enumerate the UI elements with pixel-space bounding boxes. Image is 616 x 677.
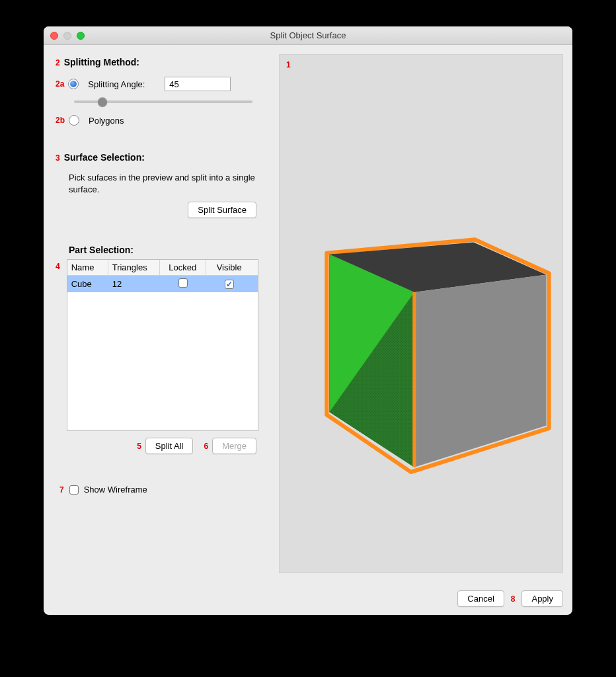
surface-selection-help: Pick sufaces in the preview and split in… (69, 172, 270, 195)
radio-polygons[interactable] (69, 115, 79, 126)
radio-splitting-angle[interactable] (68, 79, 79, 89)
cell-name: Cube (67, 276, 108, 292)
parts-table: Name Triangles Locked Visible Cube12 (67, 259, 258, 431)
splitting-angle-input[interactable] (165, 77, 231, 91)
th-visible[interactable]: Visible (206, 260, 252, 275)
cell-triangles: 12 (108, 276, 160, 292)
th-locked[interactable]: Locked (160, 260, 206, 275)
preview-viewport[interactable]: 1 (279, 54, 563, 573)
right-panel: 1 (279, 54, 563, 573)
show-wireframe-checkbox[interactable] (69, 485, 79, 495)
annotation-3: 3 (56, 153, 60, 163)
dialog-window: Split Object Surface 2 Splitting Method:… (44, 26, 572, 615)
table-buttons: 5 Split All 6 Merge (56, 438, 256, 454)
splitting-method-heading: Splitting Method: (64, 57, 139, 67)
split-surface-button[interactable]: Split Surface (188, 202, 256, 218)
annotation-6: 6 (204, 442, 208, 451)
annotation-8: 8 (511, 594, 516, 604)
table-row[interactable]: Cube12 (67, 276, 258, 292)
split-all-button[interactable]: Split All (145, 438, 194, 454)
annotation-7: 7 (59, 485, 64, 495)
cancel-button[interactable]: Cancel (457, 590, 504, 607)
surface-selection-heading: Surface Selection: (64, 152, 145, 163)
table-body: Cube12 (67, 276, 258, 292)
cell-visible (206, 276, 252, 292)
cube-preview (280, 55, 562, 573)
slider-thumb[interactable] (98, 97, 107, 106)
annotation-5: 5 (137, 442, 141, 451)
th-name[interactable]: Name (67, 260, 108, 275)
annotation-2a: 2a (56, 79, 64, 89)
titlebar[interactable]: Split Object Surface (44, 26, 572, 45)
cell-locked (160, 276, 206, 292)
show-wireframe-label: Show Wireframe (84, 485, 147, 495)
table-header: Name Triangles Locked Visible (67, 260, 258, 276)
part-selection-heading: Part Selection: (69, 245, 134, 255)
locked-checkbox[interactable] (178, 278, 188, 288)
dialog-footer: Cancel 8 Apply (44, 582, 572, 615)
angle-slider[interactable] (74, 94, 252, 110)
annotation-2b: 2b (56, 116, 65, 125)
dialog-body: 2 Splitting Method: 2a Splitting Angle: … (44, 45, 572, 582)
polygons-label: Polygons (89, 116, 124, 126)
splitting-angle-label: Splitting Angle: (88, 79, 161, 89)
cube-right-face (414, 274, 547, 467)
annotation-2: 2 (56, 58, 60, 67)
window-title: Split Object Surface (44, 30, 572, 40)
merge-button: Merge (212, 438, 256, 454)
left-panel: 2 Splitting Method: 2a Splitting Angle: … (49, 54, 274, 573)
visible-checkbox[interactable] (225, 280, 234, 289)
th-triangles[interactable]: Triangles (108, 260, 160, 275)
apply-button[interactable]: Apply (521, 590, 563, 607)
